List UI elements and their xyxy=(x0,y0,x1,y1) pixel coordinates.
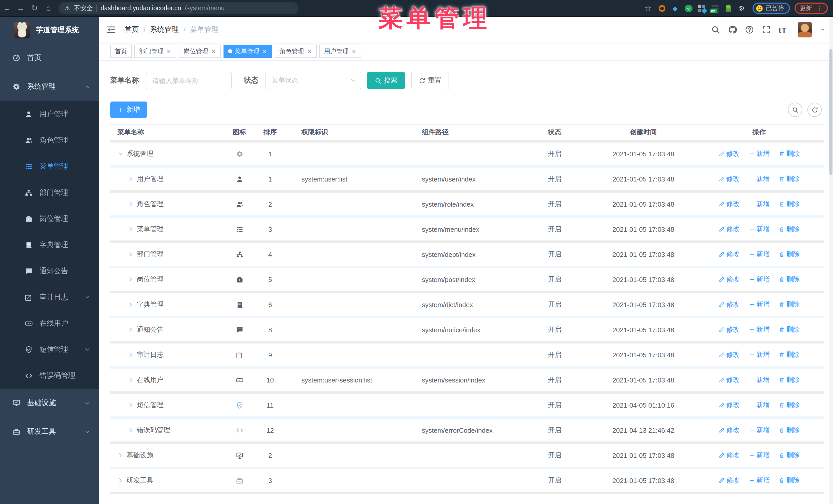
sidebar-item[interactable]: 短信管理 xyxy=(0,336,99,362)
extension-grid-icon[interactable] xyxy=(697,4,706,13)
add-child-link[interactable]: 新增 xyxy=(749,149,770,159)
sidebar-item[interactable]: 系统管理 xyxy=(0,72,99,101)
row-expand-icon[interactable] xyxy=(117,477,123,483)
browser-reload-icon[interactable]: ↻ xyxy=(28,0,42,17)
delete-link[interactable]: 删除 xyxy=(779,275,800,284)
scrollbar-thumb[interactable] xyxy=(829,49,832,175)
extension-figure-icon[interactable] xyxy=(724,4,733,13)
edit-link[interactable]: 修改 xyxy=(719,224,740,234)
extension-gem-icon[interactable]: ◆ xyxy=(670,4,680,13)
delete-link[interactable]: 删除 xyxy=(779,476,800,485)
edit-link[interactable]: 修改 xyxy=(719,476,740,485)
extension-server-on-icon[interactable]: on xyxy=(711,4,720,13)
browser-back-icon[interactable]: ← xyxy=(0,0,14,17)
browser-menu-icon[interactable]: ⋮ xyxy=(816,5,823,12)
toggle-search-button[interactable] xyxy=(788,102,802,117)
add-child-link[interactable]: 新增 xyxy=(749,426,770,435)
refresh-table-button[interactable] xyxy=(807,102,822,117)
search-button[interactable]: 搜索 xyxy=(367,72,405,89)
add-child-link[interactable]: 新增 xyxy=(749,174,770,184)
row-expand-icon[interactable] xyxy=(128,251,134,257)
sidebar-item[interactable]: 岗位管理 xyxy=(0,206,99,232)
row-expand-icon[interactable] xyxy=(128,277,134,283)
sidebar-item[interactable]: 审计日志 xyxy=(0,284,99,310)
add-child-link[interactable]: 新增 xyxy=(749,350,770,359)
close-icon[interactable] xyxy=(262,48,268,54)
sidebar-item[interactable]: 部门管理 xyxy=(0,179,99,206)
edit-link[interactable]: 修改 xyxy=(719,401,740,410)
row-expand-icon[interactable] xyxy=(128,226,134,232)
delete-link[interactable]: 删除 xyxy=(779,375,800,385)
user-avatar[interactable] xyxy=(798,22,812,38)
row-expand-icon[interactable] xyxy=(128,377,134,383)
tab[interactable]: 部门管理 xyxy=(134,45,176,58)
row-expand-icon[interactable] xyxy=(128,352,134,358)
delete-link[interactable]: 删除 xyxy=(779,174,800,184)
row-expand-icon[interactable] xyxy=(128,176,134,182)
close-icon[interactable] xyxy=(351,48,357,54)
add-child-link[interactable]: 新增 xyxy=(749,300,770,309)
sidebar-item[interactable]: 错误码管理 xyxy=(0,362,99,389)
tab[interactable]: 角色管理 xyxy=(275,45,317,58)
paused-extension-badge[interactable]: 已暂停 xyxy=(753,3,790,14)
github-icon[interactable] xyxy=(728,25,737,34)
add-child-link[interactable]: 新增 xyxy=(749,451,770,460)
browser-home-icon[interactable]: ⌂ xyxy=(42,0,55,17)
add-child-link[interactable]: 新增 xyxy=(749,401,770,410)
delete-link[interactable]: 删除 xyxy=(779,325,800,334)
menu-name-input[interactable] xyxy=(146,72,232,89)
add-button[interactable]: 新增 xyxy=(110,101,147,118)
sidebar-item[interactable]: 通知公告 xyxy=(0,258,99,284)
sidebar-item[interactable]: 菜单管理 xyxy=(0,153,99,179)
edit-link[interactable]: 修改 xyxy=(719,250,740,259)
sidebar-item[interactable]: 字典管理 xyxy=(0,232,99,258)
breadcrumb-home[interactable]: 首页 xyxy=(124,25,139,34)
edit-link[interactable]: 修改 xyxy=(719,375,740,385)
row-expand-icon[interactable] xyxy=(128,201,134,207)
sidebar-item[interactable]: 用户管理 xyxy=(0,101,99,127)
tab[interactable]: 用户管理 xyxy=(319,45,361,58)
avatar-caret-icon[interactable] xyxy=(820,27,826,33)
delete-link[interactable]: 删除 xyxy=(779,224,800,234)
edit-link[interactable]: 修改 xyxy=(719,300,740,309)
edit-link[interactable]: 修改 xyxy=(719,174,740,184)
row-expand-icon[interactable] xyxy=(128,327,134,333)
add-child-link[interactable]: 新增 xyxy=(749,375,770,385)
delete-link[interactable]: 删除 xyxy=(779,350,800,359)
add-child-link[interactable]: 新增 xyxy=(749,199,770,209)
reset-button[interactable]: 重置 xyxy=(411,72,449,89)
add-child-link[interactable]: 新增 xyxy=(749,325,770,334)
search-icon[interactable] xyxy=(711,25,720,34)
close-icon[interactable] xyxy=(211,48,216,54)
status-select[interactable]: 菜单状态 xyxy=(265,72,361,89)
delete-link[interactable]: 删除 xyxy=(779,300,800,309)
edit-link[interactable]: 修改 xyxy=(719,275,740,284)
sidebar-item[interactable]: 基础设施 xyxy=(0,389,99,417)
browser-forward-icon[interactable]: → xyxy=(14,0,28,17)
sidebar-item[interactable]: 角色管理 xyxy=(0,127,99,153)
edit-link[interactable]: 修改 xyxy=(719,325,740,334)
tab[interactable]: 首页 xyxy=(110,45,132,58)
tab[interactable]: 菜单管理 xyxy=(223,45,272,58)
sidebar-logo[interactable]: 芋道管理系统 xyxy=(0,17,99,44)
add-child-link[interactable]: 新增 xyxy=(749,250,770,259)
row-expand-icon[interactable] xyxy=(128,402,134,408)
delete-link[interactable]: 删除 xyxy=(779,250,800,259)
edit-link[interactable]: 修改 xyxy=(719,451,740,460)
delete-link[interactable]: 删除 xyxy=(779,199,800,209)
edit-link[interactable]: 修改 xyxy=(719,149,740,159)
browser-update-badge[interactable]: 更新 ⋮ xyxy=(794,3,828,14)
extension-check-icon[interactable] xyxy=(684,4,693,13)
sidebar-item[interactable]: 研发工具 xyxy=(0,417,99,446)
fullscreen-icon[interactable] xyxy=(762,25,771,34)
sidebar-collapse-icon[interactable] xyxy=(106,25,116,35)
delete-link[interactable]: 删除 xyxy=(779,149,800,159)
add-child-link[interactable]: 新增 xyxy=(749,476,770,485)
tab[interactable]: 岗位管理 xyxy=(179,45,221,58)
extensions-puzzle-icon[interactable]: ⚙ xyxy=(737,4,746,13)
close-icon[interactable] xyxy=(307,48,312,54)
edit-link[interactable]: 修改 xyxy=(719,350,740,359)
font-size-icon[interactable]: tT xyxy=(779,25,787,34)
address-bar[interactable]: ⚠ 不安全 dashboard.yudao.iocoder.cn/system/… xyxy=(58,2,298,14)
delete-link[interactable]: 删除 xyxy=(779,426,800,435)
